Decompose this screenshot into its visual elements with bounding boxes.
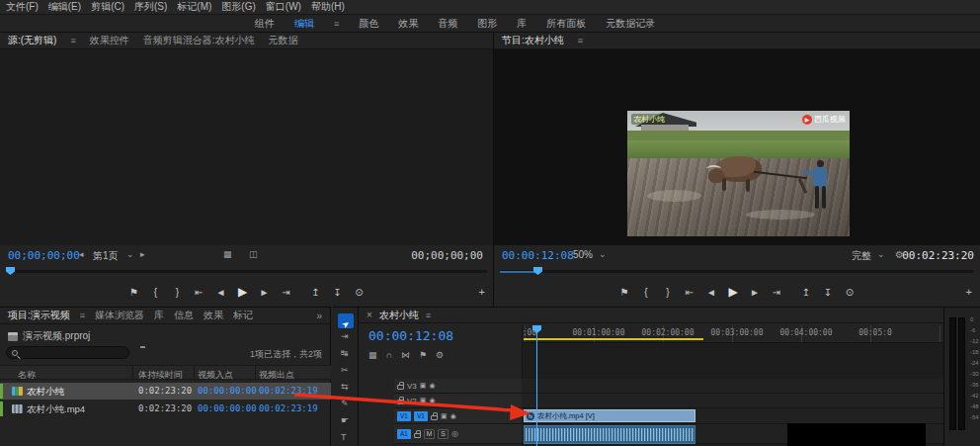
page-prev-icon[interactable]: ◂ xyxy=(79,249,84,259)
source-scrubber[interactable] xyxy=(0,266,493,277)
tab-sequence[interactable]: 农村小纯 xyxy=(379,309,419,322)
tab-libraries[interactable]: 库 xyxy=(154,309,164,322)
menu-sequence[interactable]: 序列(S) xyxy=(134,0,167,14)
step-forward-button[interactable]: ► xyxy=(259,287,271,298)
menu-window[interactable]: 窗口(W) xyxy=(266,0,301,14)
solo-button[interactable]: S xyxy=(438,429,449,439)
program-scrubber[interactable] xyxy=(494,266,980,277)
type-tool[interactable]: T xyxy=(341,432,347,442)
zoom-dropdown-icon[interactable]: ⌄ xyxy=(599,249,607,259)
add-marker-button[interactable]: ⚑ xyxy=(618,287,630,298)
program-button-editor[interactable]: + xyxy=(966,286,972,298)
resolution-dropdown-icon[interactable]: ⌄ xyxy=(877,249,885,259)
step-forward-button[interactable]: ► xyxy=(749,287,761,298)
extract-button[interactable]: ↧ xyxy=(822,287,834,298)
timeline-playhead-line[interactable] xyxy=(536,325,537,446)
lock-icon[interactable] xyxy=(431,415,438,420)
mark-out-button[interactable]: } xyxy=(172,287,184,298)
slip-tool[interactable]: ⇆ xyxy=(341,382,349,392)
project-panel-menu-icon[interactable]: ≡ xyxy=(80,311,85,320)
source-patch-a1[interactable]: A1 xyxy=(397,429,411,439)
go-to-out-button[interactable]: ⇥ xyxy=(281,287,292,298)
timeline-settings-wrench-icon[interactable]: ⚙ xyxy=(436,350,444,360)
track-label[interactable]: V2 xyxy=(407,397,417,405)
menu-file[interactable]: 文件(F) xyxy=(6,0,39,14)
lock-icon[interactable] xyxy=(397,385,404,390)
track-style-icon[interactable]: ▣ xyxy=(420,382,427,390)
close-icon[interactable]: × xyxy=(367,310,372,320)
column-duration[interactable]: 体持续时间 xyxy=(138,369,183,382)
export-frame-button[interactable]: ⊙ xyxy=(354,287,366,298)
track-lane-v2[interactable] xyxy=(522,394,943,408)
track-style-icon[interactable]: ▣ xyxy=(420,397,427,404)
step-back-button[interactable]: ◄ xyxy=(215,287,227,298)
source-panel-menu-icon[interactable]: ≡ xyxy=(70,36,75,45)
workspace-color[interactable]: 颜色 xyxy=(359,17,378,31)
workspace-metalogging[interactable]: 元数据记录 xyxy=(606,17,655,31)
target-track-v1[interactable]: V1 xyxy=(414,411,428,421)
mark-in-button[interactable]: { xyxy=(640,287,652,298)
table-row-sequence[interactable]: 农村小纯 0:02:23:20 00:00:00:00 00:02:23:19 xyxy=(0,383,331,400)
program-playhead-marker[interactable] xyxy=(533,267,542,275)
track-output-eye-icon[interactable]: ◉ xyxy=(429,397,435,404)
tab-media-browser[interactable]: 媒体浏览器 xyxy=(95,309,144,322)
page-next-icon[interactable]: ▸ xyxy=(140,249,145,259)
column-video-in[interactable]: 视频入点 xyxy=(198,369,233,382)
menu-clip[interactable]: 剪辑(C) xyxy=(91,0,124,14)
overwrite-button[interactable]: ↧ xyxy=(332,287,344,298)
tab-effect-controls[interactable]: 效果控件 xyxy=(90,34,129,47)
lift-button[interactable]: ↥ xyxy=(800,287,812,298)
workspace-audio[interactable]: 音频 xyxy=(438,17,457,31)
timeline-ruler[interactable]: :00 00:01:00:00 00:02:00:00 00:03:00:00 … xyxy=(522,325,943,343)
lock-icon[interactable] xyxy=(414,433,421,438)
project-bin-path[interactable]: 演示视频.prproj xyxy=(8,329,90,343)
track-label[interactable]: V3 xyxy=(407,382,417,391)
workspace-effects[interactable]: 效果 xyxy=(398,17,418,31)
add-marker-button[interactable]: ⚑ xyxy=(128,287,140,298)
tab-markers[interactable]: 标记 xyxy=(233,309,253,322)
zoom-level-select[interactable]: 50% xyxy=(573,249,593,260)
go-to-in-button[interactable]: ⇤ xyxy=(684,287,695,298)
tab-source[interactable]: 源:(无剪辑) xyxy=(8,34,56,47)
source-dual-view-icon[interactable]: ◫ xyxy=(249,249,258,259)
video-clip[interactable]: fx 农村小纯.mp4 [V] xyxy=(524,409,695,422)
hand-tool[interactable]: ☛ xyxy=(341,415,349,425)
workspace-editing[interactable]: 编辑 xyxy=(294,17,314,31)
track-lane-v3[interactable] xyxy=(522,379,943,394)
tab-metadata[interactable]: 元数据 xyxy=(269,34,298,47)
source-scrubber-track[interactable] xyxy=(6,270,487,273)
program-current-timecode[interactable]: 00:00:12:08 xyxy=(502,249,574,262)
workspace-libraries[interactable]: 库 xyxy=(517,17,527,31)
play-button[interactable]: ▶ xyxy=(727,285,739,299)
menu-help[interactable]: 帮助(H) xyxy=(311,0,345,14)
column-name[interactable]: 名称 xyxy=(18,369,36,382)
page-dropdown-icon[interactable]: ⌄ xyxy=(126,249,134,259)
track-select-tool[interactable]: ⇥ xyxy=(341,331,349,341)
column-video-out[interactable]: 视频出点 xyxy=(259,369,294,382)
tab-project[interactable]: 项目:演示视频 xyxy=(8,309,70,322)
program-scrubber-track[interactable] xyxy=(500,270,974,273)
voiceover-mic-icon[interactable]: ◎ xyxy=(451,429,458,438)
tab-audio-clip-mixer[interactable]: 音频剪辑混合器:农村小纯 xyxy=(143,34,255,47)
mark-in-button[interactable]: { xyxy=(150,287,162,298)
track-output-eye-icon[interactable]: ◉ xyxy=(450,412,456,420)
play-button[interactable]: ▶ xyxy=(237,285,249,299)
workspace-all-panels[interactable]: 所有面板 xyxy=(546,17,586,31)
workspace-graphics[interactable]: 图形 xyxy=(477,17,497,31)
go-to-out-button[interactable]: ⇥ xyxy=(771,287,782,298)
pen-tool[interactable]: ✎ xyxy=(341,399,349,408)
table-row-clip[interactable]: 农村小纯.mp4 0:02:23:20 00:00:00:00 00:02:23… xyxy=(0,401,331,417)
track-output-eye-icon[interactable]: ◉ xyxy=(429,382,435,390)
source-grid-icon[interactable]: ▦ xyxy=(223,249,232,259)
razor-tool[interactable]: ✂ xyxy=(341,365,349,375)
selection-tool[interactable]: ➤ xyxy=(338,313,354,328)
timeline-panel-menu-icon[interactable]: ≡ xyxy=(426,311,431,320)
playback-resolution-select[interactable]: 完整 xyxy=(852,249,871,263)
timeline-current-timecode[interactable]: 00:00:12:08 xyxy=(368,328,453,343)
add-marker-icon[interactable]: ⚑ xyxy=(419,350,427,360)
mute-button[interactable]: M xyxy=(424,429,435,439)
mark-out-button[interactable]: } xyxy=(662,287,674,298)
tab-info[interactable]: 信息 xyxy=(174,309,194,322)
menu-graphics[interactable]: 图形(G) xyxy=(221,0,255,14)
linked-selection-icon[interactable]: ⋈ xyxy=(401,350,410,360)
